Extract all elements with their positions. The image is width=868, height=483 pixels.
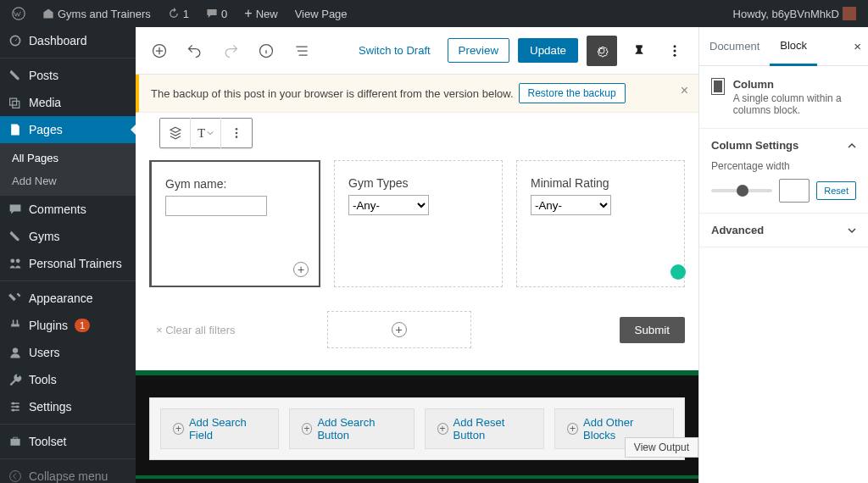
percentage-width-label: Percentage width (711, 160, 856, 172)
svg-point-17 (236, 136, 238, 138)
filter-actions-row: × Clear all filters + Submit (149, 311, 685, 348)
tab-block[interactable]: Block (770, 27, 817, 66)
sidebar-item-tools[interactable]: Tools (0, 366, 136, 393)
plugins-badge: 1 (75, 319, 90, 332)
sidebar-item-comments[interactable]: Comments (0, 196, 136, 223)
notice-text: The backup of this post in your browser … (151, 87, 514, 100)
sidebar-item-pages[interactable]: Pages (0, 116, 136, 143)
add-block-button[interactable] (146, 37, 173, 64)
gym-types-select[interactable]: -Any- (348, 195, 429, 215)
admin-bar: Gyms and Trainers 1 0 +New View Page How… (0, 0, 868, 27)
submit-button[interactable]: Submit (620, 317, 685, 343)
text-align-button[interactable]: T (191, 118, 221, 148)
redo-button[interactable] (217, 37, 244, 64)
grammarly-icon (670, 264, 686, 280)
more-menu-button[interactable] (661, 37, 688, 64)
gym-types-label: Gym Types (348, 176, 488, 190)
clear-filters-link[interactable]: × Clear all filters (149, 324, 236, 336)
sidebar-item-appearance[interactable]: Appearance (0, 285, 136, 312)
update-button[interactable]: Update (518, 38, 578, 63)
add-search-field-button[interactable]: +Add Search Field (160, 408, 279, 449)
sidebar-item-dashboard[interactable]: Dashboard (0, 27, 136, 54)
svg-point-13 (674, 49, 676, 52)
close-inspector-button[interactable]: × (854, 39, 861, 53)
wp-logo[interactable] (7, 0, 31, 27)
svg-point-0 (13, 8, 25, 19)
svg-point-4 (13, 347, 18, 353)
appender-button[interactable]: + (293, 262, 309, 277)
new-link[interactable]: +New (239, 0, 282, 27)
block-more-button[interactable] (221, 118, 252, 148)
block-card: Column A single column within a columns … (699, 66, 868, 129)
undo-button[interactable] (181, 37, 209, 64)
sidebar-item-gyms[interactable]: Gyms (0, 223, 136, 250)
svg-point-7 (12, 408, 14, 411)
site-link[interactable]: Gyms and Trainers (37, 0, 156, 27)
sidebar-item-users[interactable]: Users (0, 339, 136, 366)
view-page-link[interactable]: View Page (290, 0, 353, 27)
percentage-width-slider[interactable] (711, 189, 772, 192)
restore-backup-button[interactable]: Restore the backup (519, 83, 626, 103)
svg-point-2 (10, 258, 14, 263)
svg-point-16 (236, 132, 238, 135)
min-rating-select[interactable]: -Any- (531, 195, 611, 215)
column-icon (711, 78, 725, 95)
sidebar-item-trainers[interactable]: Personal Trainers (0, 250, 136, 277)
pages-submenu: All Pages Add New (0, 143, 136, 196)
editor-canvas: T Gym name: + Gym Types -Any- Minimal Ra… (136, 113, 698, 483)
percentage-width-input[interactable] (779, 179, 810, 203)
advanced-panel: Advanced (699, 214, 868, 247)
howdy-account[interactable]: Howdy, b6yBVnMhkD (728, 0, 861, 27)
sidebar-item-plugins[interactable]: Plugins1 (0, 312, 136, 339)
block-toolbar: T (159, 118, 253, 148)
chevron-up-icon (848, 142, 856, 150)
tab-document[interactable]: Document (699, 27, 770, 66)
svg-point-6 (16, 405, 19, 408)
editor-top-toolbar: Switch to Draft Preview Update (136, 27, 698, 75)
svg-point-12 (674, 45, 676, 47)
view-output-tab[interactable]: View Output (625, 437, 698, 458)
min-rating-label: Minimal Rating (531, 176, 670, 190)
sidebar-item-media[interactable]: Media (0, 89, 136, 116)
column-settings-panel: Column Settings Percentage width Reset (699, 129, 868, 214)
sidebar-item-settings[interactable]: Settings (0, 393, 136, 420)
add-reset-button-button[interactable]: +Add Reset Button (425, 408, 545, 449)
settings-toggle[interactable] (587, 36, 617, 66)
svg-point-3 (16, 258, 20, 263)
empty-placeholder[interactable]: + (327, 311, 471, 348)
admin-sidebar: Dashboard Posts Media Pages All Pages Ad… (0, 27, 136, 483)
column-gym-name[interactable]: Gym name: + (149, 160, 320, 287)
sidebar-item-posts[interactable]: Posts (0, 62, 136, 89)
block-title: Column (733, 78, 856, 91)
info-button[interactable] (253, 37, 280, 64)
chevron-down-icon (848, 226, 856, 235)
svg-rect-8 (10, 439, 19, 446)
updates-link[interactable]: 1 (163, 0, 194, 27)
sidebar-subitem-all-pages[interactable]: All Pages (0, 147, 136, 169)
site-name: Gyms and Trainers (58, 8, 151, 20)
column-min-rating[interactable]: Minimal Rating -Any- (516, 160, 685, 287)
comments-link[interactable]: 0 (201, 0, 232, 27)
block-type-icon[interactable] (160, 118, 191, 148)
add-search-button-button[interactable]: +Add Search Button (289, 408, 415, 449)
sidebar-subitem-add-new[interactable]: Add New (0, 169, 136, 192)
columns-row: Gym name: + Gym Types -Any- Minimal Rati… (149, 160, 685, 287)
inspector-tabs: Document Block × (699, 27, 868, 66)
plus-icon: + (392, 322, 407, 337)
preview-button[interactable]: Preview (448, 38, 509, 63)
svg-point-14 (674, 53, 676, 56)
advanced-toggle[interactable]: Advanced (711, 224, 856, 236)
autosave-notice: The backup of this post in your browser … (136, 75, 698, 113)
dismiss-notice-button[interactable]: × (681, 83, 688, 98)
reset-button[interactable]: Reset (816, 181, 856, 200)
pinned-items-button[interactable] (626, 37, 653, 64)
gym-name-input[interactable] (165, 196, 267, 216)
outline-button[interactable] (288, 37, 315, 64)
column-gym-types[interactable]: Gym Types -Any- (334, 160, 503, 287)
column-settings-toggle[interactable]: Column Settings (711, 139, 856, 152)
sidebar-item-toolset[interactable]: Toolset (0, 428, 136, 455)
sidebar-collapse[interactable]: Collapse menu (0, 463, 136, 483)
switch-to-draft-link[interactable]: Switch to Draft (350, 39, 439, 62)
avatar (843, 7, 856, 20)
gym-name-label: Gym name: (165, 177, 305, 191)
